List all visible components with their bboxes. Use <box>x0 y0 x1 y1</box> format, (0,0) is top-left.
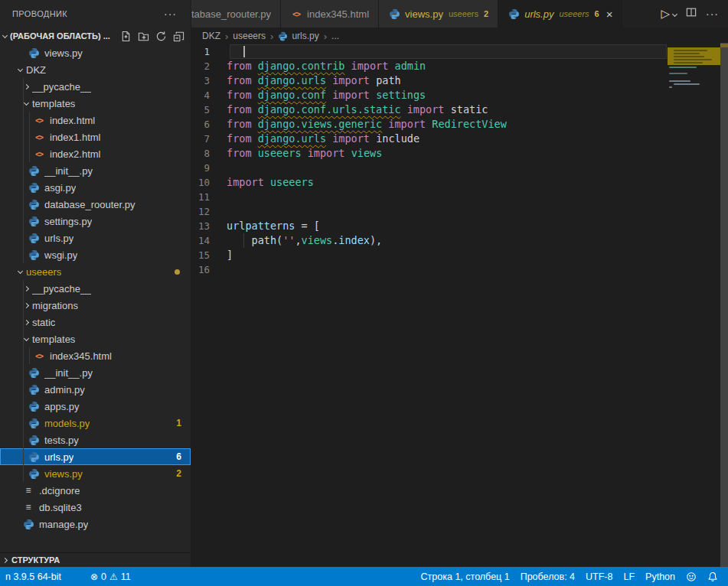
tree-item-db.sqlite3[interactable]: ≡db.sqlite3 <box>0 499 191 516</box>
scrollbar[interactable] <box>720 43 728 567</box>
minimap-line <box>669 80 690 82</box>
code-line[interactable]: 4from django.conf import settings <box>191 88 728 103</box>
new-folder-icon[interactable] <box>138 31 149 42</box>
code-line[interactable]: 14 path('',views.index), <box>191 233 728 248</box>
more-actions-icon[interactable]: ··· <box>706 8 719 20</box>
workspace-section-header[interactable]: (РАБОЧАЯ ОБЛАСТЬ) ... <box>0 28 191 44</box>
outline-section-header[interactable]: СТРУКТУРА <box>0 552 191 567</box>
tree-item-database_roouter.py[interactable]: database_roouter.py <box>0 196 191 213</box>
tree-item-__init__.py[interactable]: __init__.py <box>0 162 191 179</box>
split-editor-icon[interactable] <box>686 7 697 21</box>
tree-item-label: tests.py <box>44 435 79 446</box>
new-file-icon[interactable] <box>120 31 132 42</box>
tree-item-migrations[interactable]: migrations <box>0 297 191 314</box>
tab-urls.py[interactable]: urls.pyuseeers6× <box>498 0 622 28</box>
collapse-all-icon[interactable] <box>173 31 184 42</box>
python-icon <box>28 400 40 412</box>
indent-guide <box>23 364 24 381</box>
code-token: django.urls <box>258 74 326 86</box>
tree-item-label: admin.py <box>44 384 85 396</box>
tree-item-index.html[interactable]: <>index.html <box>0 112 191 129</box>
tree-item-index2.html[interactable]: <>index2.html <box>0 145 191 162</box>
tree-item-DKZ[interactable]: DKZ <box>0 61 191 78</box>
code-line[interactable]: 2from django.contrib import admin <box>191 59 728 73</box>
line-number: 13 <box>191 219 227 233</box>
indent-guide <box>23 347 24 364</box>
code-line[interactable]: 6from django.views.generic import Redire… <box>191 117 728 132</box>
tree-item-asgi.py[interactable]: asgi.py <box>0 179 191 196</box>
refresh-icon[interactable] <box>155 31 167 42</box>
line-number: 7 <box>191 132 227 146</box>
eol-item[interactable]: LF <box>618 567 640 586</box>
breadcrumb-item-urls.py[interactable]: urls.py <box>278 31 318 41</box>
tree-item-.dcignore[interactable]: ≡.dcignore <box>0 482 191 499</box>
code-text: import useeers <box>227 175 728 190</box>
tree-item-models.py[interactable]: models.py1 <box>0 415 191 431</box>
indent-guide <box>23 246 24 263</box>
bell-icon[interactable] <box>702 567 723 586</box>
breadcrumb-item-useeers[interactable]: useeers <box>233 31 266 41</box>
tree-item-label: wsgi.py <box>44 249 77 261</box>
line-number: 9 <box>191 161 227 175</box>
tree-item-tests.py[interactable]: tests.py <box>0 431 191 448</box>
code-token <box>326 74 332 86</box>
code-line[interactable]: 15] <box>191 248 728 262</box>
tab-tabase_roouter.py[interactable]: tabase_roouter.py <box>191 0 281 28</box>
code-token: urlpatterns <box>227 220 295 232</box>
line-number: 12 <box>191 204 227 219</box>
chevron-down-icon[interactable] <box>672 11 677 16</box>
code-line[interactable]: 12 <box>191 204 728 219</box>
tree-item-admin.py[interactable]: admin.py <box>0 381 191 398</box>
tree-item-index1.html[interactable]: <>index1.html <box>0 129 191 145</box>
tree-item-__pycache__[interactable]: __pycache__ <box>0 280 191 297</box>
explorer-more-actions-icon[interactable]: ··· <box>164 8 177 20</box>
tree-item-__init__.py[interactable]: __init__.py <box>0 364 191 381</box>
cursor-position-item[interactable]: Строка 1, столбец 1 <box>416 567 515 586</box>
tree-item-views.py[interactable]: views.py2 <box>0 465 191 482</box>
chevron-right-icon <box>24 302 29 308</box>
code-line[interactable]: 11 <box>191 190 728 204</box>
tree-item-views.py[interactable]: views.py <box>0 44 191 61</box>
breadcrumb-item-DKZ[interactable]: DKZ <box>202 31 220 41</box>
tree-item-manage.py[interactable]: manage.py <box>0 516 191 532</box>
code-line[interactable]: 5from django.conf.urls.static import sta… <box>191 103 728 117</box>
indentation-item[interactable]: Пробелов: 4 <box>515 567 580 586</box>
tab-index345.html[interactable]: <>index345.html <box>281 0 379 28</box>
tree-item-templates[interactable]: templates <box>0 95 191 112</box>
python-version-item[interactable]: n 3.9.5 64-bit <box>0 567 67 586</box>
code-line[interactable]: 8from useeers import views <box>191 146 728 161</box>
tree-item-templates[interactable]: templates <box>0 330 191 347</box>
close-icon[interactable]: × <box>606 8 613 20</box>
run-button[interactable]: ▷ <box>661 7 677 21</box>
code-line[interactable]: 7from django.urls import include <box>191 132 728 146</box>
code-editor[interactable]: 12from django.contrib import admin3from … <box>191 44 728 567</box>
language-mode-item[interactable]: Python <box>640 567 681 586</box>
code-line[interactable]: 3from django.urls import path <box>191 73 728 88</box>
minimap[interactable] <box>668 44 720 136</box>
encoding-item[interactable]: UTF-8 <box>580 567 618 586</box>
code-line[interactable]: 10import useeers <box>191 175 728 190</box>
tree-item-useeers[interactable]: useeers <box>0 263 191 280</box>
code-line[interactable]: 16 <box>191 262 728 277</box>
tab-views.py[interactable]: views.pyuseeers2 <box>379 0 498 28</box>
tree-item-settings.py[interactable]: settings.py <box>0 213 191 230</box>
tree-item-label: .dcignore <box>39 485 80 496</box>
tree-item-label: __pycache__ <box>32 81 91 93</box>
overview-ruler-warning-mark <box>720 44 728 47</box>
tree-item-static[interactable]: static <box>0 314 191 330</box>
tree-item-__pycache__[interactable]: __pycache__ <box>0 78 191 95</box>
tree-item-urls.py[interactable]: urls.py <box>0 230 191 246</box>
code-text: ] <box>227 248 728 262</box>
code-line[interactable]: 9 <box>191 161 728 175</box>
feedback-icon[interactable] <box>681 567 702 586</box>
breadcrumb-item-...[interactable]: ... <box>331 31 339 41</box>
code-line[interactable]: 13urlpatterns = [ <box>191 219 728 233</box>
tree-item-index345.html[interactable]: <>index345.html <box>0 347 191 364</box>
tree-item-apps.py[interactable]: apps.py <box>0 398 191 415</box>
tree-item-label: db.sqlite3 <box>39 502 82 513</box>
code-line[interactable]: 1 <box>191 44 728 59</box>
minimap-line <box>674 62 703 63</box>
tree-item-wsgi.py[interactable]: wsgi.py <box>0 246 191 263</box>
problems-item[interactable]: ⊗ 0 ⚠ 11 <box>85 567 136 586</box>
tree-item-urls.py[interactable]: urls.py6 <box>0 448 191 465</box>
